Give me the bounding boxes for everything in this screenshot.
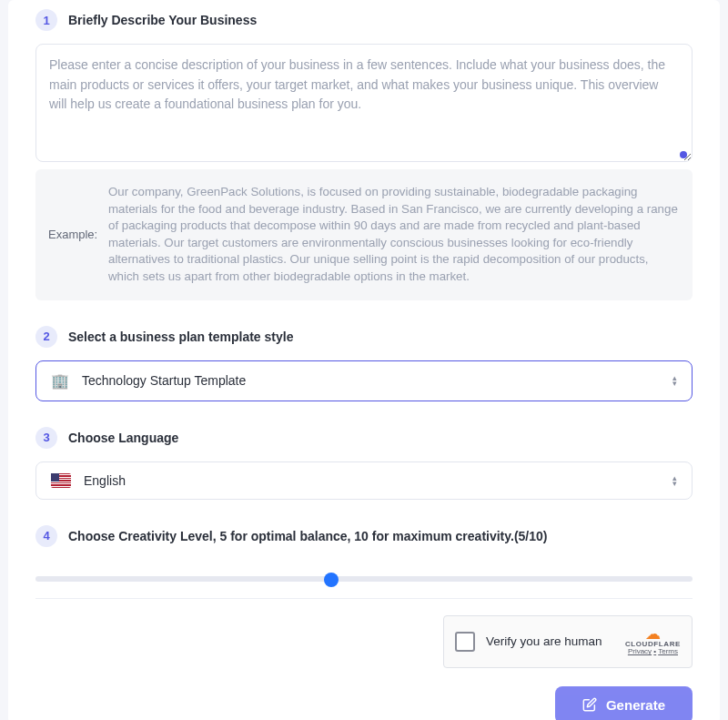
slider-thumb[interactable] bbox=[324, 573, 339, 587]
step-2-badge: 2 bbox=[35, 326, 57, 348]
captcha-label: Verify you are human bbox=[486, 634, 614, 648]
language-select-value: English bbox=[84, 473, 660, 488]
template-select-value: Technology Startup Template bbox=[82, 373, 660, 388]
flag-us-icon bbox=[51, 473, 71, 488]
chevron-updown-icon: ▴▾ bbox=[672, 375, 677, 386]
chevron-updown-icon: ▴▾ bbox=[672, 475, 677, 486]
building-icon: 🏢 bbox=[51, 372, 69, 390]
step-2-title: Select a business plan template style bbox=[68, 330, 293, 344]
cloud-icon: ☁ bbox=[645, 627, 661, 641]
slider-track bbox=[35, 576, 693, 582]
step-3-title: Choose Language bbox=[68, 431, 178, 445]
step-4-header: 4 Choose Creativity Level, 5 for optimal… bbox=[35, 525, 693, 547]
language-select[interactable]: English ▴▾ bbox=[35, 461, 693, 500]
step-3-badge: 3 bbox=[35, 427, 57, 449]
step-1-title: Briefly Describe Your Business bbox=[68, 13, 257, 27]
dot-separator: • bbox=[653, 647, 656, 655]
example-text: Our company, GreenPack Solutions, is foc… bbox=[108, 184, 680, 286]
privacy-link[interactable]: Privacy bbox=[628, 647, 652, 655]
business-description-input[interactable] bbox=[35, 44, 693, 162]
step-1-badge: 1 bbox=[35, 9, 57, 31]
generate-button-label: Generate bbox=[606, 697, 665, 713]
example-label: Example: bbox=[48, 228, 103, 241]
step-2-header: 2 Select a business plan template style bbox=[35, 326, 693, 348]
cloudflare-brand: ☁ CLOUDFLARE Privacy • Terms bbox=[625, 627, 681, 655]
example-box: Example: Our company, GreenPack Solution… bbox=[35, 169, 693, 300]
generate-button[interactable]: Generate bbox=[555, 686, 693, 720]
terms-link[interactable]: Terms bbox=[658, 647, 678, 655]
step-3-header: 3 Choose Language bbox=[35, 427, 693, 449]
step-4-title: Choose Creativity Level, 5 for optimal b… bbox=[68, 529, 547, 543]
step-1-header: 1 Briefly Describe Your Business bbox=[35, 9, 693, 31]
captcha-checkbox[interactable] bbox=[455, 632, 475, 652]
step-4-badge: 4 bbox=[35, 525, 57, 547]
creativity-slider[interactable] bbox=[35, 571, 693, 589]
edit-icon bbox=[582, 697, 597, 712]
template-select[interactable]: 🏢 Technology Startup Template ▴▾ bbox=[35, 360, 693, 401]
captcha-widget: Verify you are human ☁ CLOUDFLARE Privac… bbox=[443, 615, 693, 668]
